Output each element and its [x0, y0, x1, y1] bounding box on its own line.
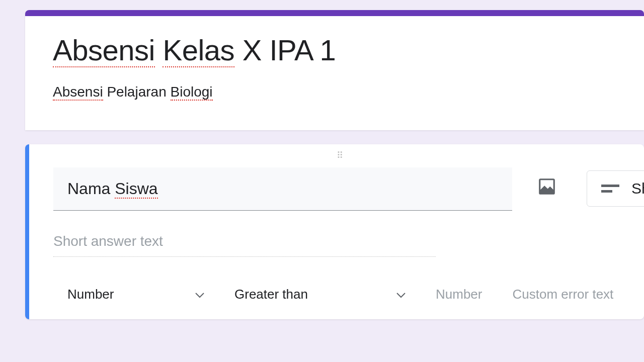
form-title[interactable]: Absensi Kelas X IPA 1	[53, 31, 619, 69]
svg-marker-1	[540, 186, 554, 194]
question-title-pre: Nama	[67, 179, 115, 198]
validation-condition-dropdown[interactable]: Greater than	[234, 285, 406, 304]
question-type-label: Sh	[631, 180, 644, 197]
validation-error-placeholder[interactable]: Custom error text	[512, 287, 613, 302]
desc-word-2: Biologi	[171, 84, 213, 101]
form-container: Absensi Kelas X IPA 1 Absensi Pelajaran …	[0, 0, 644, 319]
chevron-down-icon	[396, 287, 406, 302]
validation-type-dropdown[interactable]: Number	[53, 285, 204, 304]
chevron-down-icon	[195, 287, 204, 302]
form-description[interactable]: Absensi Pelajaran Biologi	[53, 84, 619, 100]
drag-handle-icon[interactable]: ⠿	[53, 153, 629, 157]
validation-type-label: Number	[67, 287, 114, 302]
svg-rect-3	[601, 190, 612, 193]
title-rest: X IPA 1	[234, 34, 336, 66]
short-answer-icon	[601, 183, 619, 195]
image-icon	[537, 177, 556, 196]
desc-mid: Pelajaran	[103, 84, 171, 100]
validation-row: Number Greater than Number Custom error …	[53, 285, 629, 304]
question-type-dropdown[interactable]: Sh	[587, 170, 644, 207]
validation-value-placeholder[interactable]: Number	[436, 287, 482, 302]
form-header-card[interactable]: Absensi Kelas X IPA 1 Absensi Pelajaran …	[25, 10, 644, 130]
question-input-wrap: Nama Siswa	[53, 167, 512, 211]
question-title-row: Nama Siswa Sh	[53, 167, 629, 211]
add-image-button[interactable]	[537, 175, 556, 198]
svg-rect-2	[601, 185, 619, 187]
title-word-2: Kelas	[163, 34, 234, 67]
question-card[interactable]: ⠿ Nama Siswa	[25, 144, 644, 319]
question-title-input[interactable]: Nama Siswa	[53, 167, 512, 211]
desc-word-1: Absensi	[53, 84, 103, 101]
question-title-word: Siswa	[115, 179, 157, 199]
short-answer-preview: Short answer text	[53, 233, 436, 257]
validation-condition-label: Greater than	[234, 287, 308, 302]
title-word-1: Absensi	[53, 34, 155, 67]
